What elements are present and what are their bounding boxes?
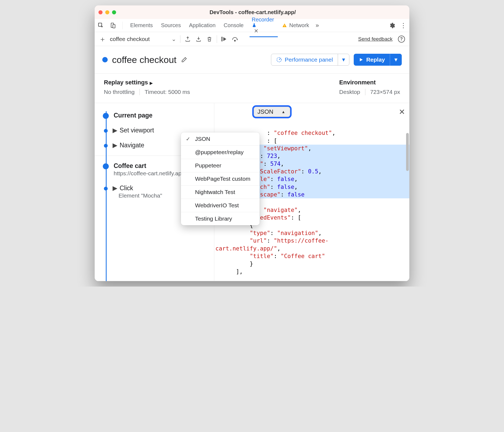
- inspect-icon[interactable]: [97, 22, 104, 29]
- check-icon: ✓: [186, 136, 191, 142]
- format-selector[interactable]: JSON ▲: [252, 105, 292, 118]
- close-window[interactable]: [98, 10, 103, 14]
- format-option-json[interactable]: ✓ JSON: [181, 132, 260, 146]
- recording-selector[interactable]: coffee checkout ⌄: [110, 36, 176, 42]
- format-option-webdriverio[interactable]: WebdriverIO Test: [181, 199, 260, 212]
- recording-name: coffee checkout: [110, 36, 150, 42]
- traffic-lights: [98, 10, 116, 14]
- tab-sources[interactable]: Sources: [159, 20, 182, 31]
- play-icon: [359, 57, 363, 62]
- tab-elements[interactable]: Elements: [129, 20, 154, 31]
- format-option-webpagetest[interactable]: WebPageTest custom: [181, 172, 260, 186]
- svg-point-6: [234, 40, 235, 41]
- close-code-icon[interactable]: ✕: [399, 107, 405, 116]
- performance-panel-label: Performance panel: [285, 56, 333, 63]
- format-selected: JSON: [257, 108, 273, 115]
- recording-header: coffee checkout Performance panel ▾ Repl…: [95, 46, 409, 74]
- help-icon[interactable]: ?: [398, 36, 405, 43]
- send-feedback-link[interactable]: Send feedback: [358, 36, 393, 42]
- gauge-icon: [276, 57, 282, 63]
- devtools-tabs: Elements Sources Application Console Rec…: [95, 19, 409, 32]
- chevron-right-icon: ▶: [113, 142, 117, 149]
- tab-console[interactable]: Console: [222, 20, 245, 31]
- performance-panel-button[interactable]: Performance panel ▾: [271, 54, 349, 66]
- step-over-icon[interactable]: [221, 36, 228, 43]
- maximize-window[interactable]: [112, 10, 116, 14]
- tab-application[interactable]: Application: [187, 20, 217, 31]
- svg-rect-4: [285, 26, 285, 27]
- tab-network-label: Network: [289, 22, 309, 28]
- format-option-puppeteer[interactable]: Puppeteer: [181, 159, 260, 172]
- format-option-puppeteer-replay[interactable]: @puppeteer/replay: [181, 146, 260, 159]
- tab-network[interactable]: Network: [280, 20, 311, 31]
- chevron-right-icon: ▶: [113, 185, 117, 192]
- status-dot: [102, 57, 108, 62]
- edit-icon[interactable]: [181, 56, 187, 63]
- replay-button[interactable]: Replay ▾: [354, 54, 402, 66]
- settings-icon[interactable]: [389, 22, 395, 29]
- environment-viewport: 723×574 px: [370, 89, 400, 95]
- delete-icon[interactable]: [206, 36, 213, 43]
- replay-settings-heading[interactable]: Replay settings▶: [104, 79, 190, 86]
- export-icon[interactable]: [184, 36, 191, 43]
- format-option-testing-library[interactable]: Testing Library: [181, 212, 260, 225]
- throttling-value: No throttling: [104, 89, 135, 95]
- more-menu-icon[interactable]: ⋮: [400, 22, 407, 29]
- svg-rect-3: [285, 25, 285, 26]
- replay-label: Replay: [366, 56, 385, 63]
- svg-rect-2: [113, 24, 115, 28]
- timeout-value: Timeout: 5000 ms: [145, 89, 190, 95]
- format-option-nightwatch[interactable]: Nightwatch Test: [181, 186, 260, 199]
- warning-icon: [282, 23, 287, 28]
- flask-icon: [252, 23, 257, 28]
- more-tabs-icon[interactable]: »: [316, 22, 319, 29]
- settings-row: Replay settings▶ No throttling Timeout: …: [95, 74, 409, 103]
- tab-recorder[interactable]: Recorder ✕: [250, 14, 276, 37]
- chevron-up-icon: ▲: [282, 110, 285, 114]
- replay-dropdown[interactable]: ▾: [390, 54, 402, 66]
- step-icon[interactable]: [232, 36, 239, 43]
- chevron-right-icon: ▶: [150, 81, 153, 85]
- import-icon[interactable]: [195, 36, 202, 43]
- environment-device: Desktop: [339, 89, 360, 95]
- scrollbar-thumb[interactable]: [406, 133, 409, 171]
- svg-rect-5: [222, 37, 222, 41]
- new-recording-icon[interactable]: ＋: [99, 36, 106, 43]
- environment-heading: Environment: [339, 79, 400, 86]
- tab-recorder-label: Recorder: [252, 17, 274, 23]
- performance-panel-dropdown[interactable]: ▾: [338, 54, 349, 65]
- recording-title: coffee checkout: [112, 55, 177, 65]
- minimize-window[interactable]: [105, 10, 109, 14]
- chevron-down-icon: ⌄: [171, 36, 176, 42]
- chevron-right-icon: ▶: [113, 127, 117, 134]
- format-dropdown: ✓ JSON @puppeteer/replay Puppeteer WebPa…: [181, 132, 260, 225]
- device-icon[interactable]: [109, 22, 116, 29]
- close-tab-icon[interactable]: ✕: [254, 28, 259, 34]
- step-current-page[interactable]: Current page: [103, 108, 214, 123]
